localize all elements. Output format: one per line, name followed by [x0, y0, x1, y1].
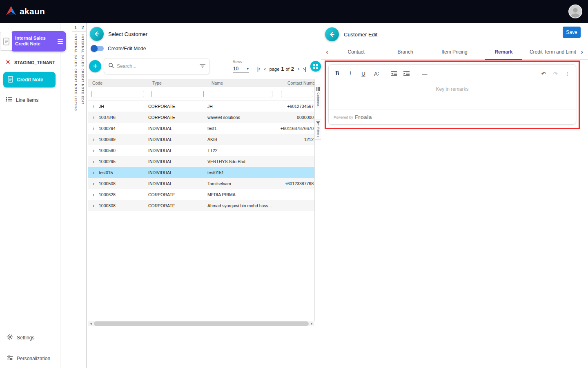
cell-type: INDIVIDUAL — [148, 137, 207, 142]
person-icon — [569, 6, 581, 18]
user-avatar[interactable] — [568, 4, 582, 18]
sidebar-item-label: Line Items — [16, 97, 38, 103]
credit-note-document-icon — [0, 32, 12, 51]
column-header-code[interactable]: Code — [88, 81, 148, 85]
table-row[interactable]: › 1000689 INDIVIDUAL AKIB 1212 — [88, 134, 314, 145]
back-button[interactable] — [325, 27, 339, 41]
filter-input-contact[interactable] — [281, 91, 313, 97]
cell-code: test015 — [99, 170, 148, 175]
funnel-icon — [316, 121, 320, 126]
indent-button[interactable] — [403, 71, 410, 76]
outdent-button[interactable] — [391, 71, 397, 76]
outdent-icon — [391, 71, 397, 76]
rows-per-page-select[interactable]: Rows 10 ▾ — [233, 60, 249, 73]
filter-input-name[interactable] — [211, 91, 272, 97]
column-header-contact[interactable]: Contact Number — [278, 81, 314, 85]
cell-contact: 1212 — [278, 137, 314, 142]
table-row[interactable]: › 1000580 INDIVIDUAL TT22 — [88, 145, 314, 156]
table-row[interactable]: › 1000508 INDIVIDUAL Tamilselvam +601233… — [88, 178, 314, 189]
applet-tab-number: 2 — [79, 23, 86, 32]
tab-scroll-right-icon[interactable]: › — [577, 44, 586, 59]
last-page-button[interactable]: ›| — [303, 66, 306, 72]
row-expand-icon[interactable]: › — [88, 180, 99, 186]
insert-hr-button[interactable]: — — [422, 71, 428, 76]
save-button[interactable]: Save — [563, 27, 581, 38]
sidebar-item-tenant[interactable]: STAGING_TENANT — [5, 59, 55, 66]
table-row[interactable]: › 1000295 INDIVIDUAL VERTHYS Sdn Bhd — [88, 156, 314, 167]
search-input[interactable] — [117, 63, 197, 69]
scroll-left-icon[interactable]: ◄ — [88, 322, 94, 325]
row-expand-icon[interactable]: › — [88, 125, 99, 131]
row-expand-icon[interactable]: › — [88, 158, 99, 164]
tab-item-pricing[interactable]: Item Pricing — [430, 44, 479, 59]
pagination: |‹ ‹ page 1 of 2 › ›| — [257, 66, 306, 72]
sidebar-item-line-items[interactable]: Line Items — [6, 97, 38, 103]
sidebar-module-internal-sales-credit-note[interactable]: Internal Sales Credit Note — [0, 31, 66, 52]
table-row[interactable]: › test015 INDIVIDUAL test0151 — [88, 167, 314, 178]
grid-view-button[interactable] — [310, 61, 321, 72]
row-expand-icon[interactable]: › — [88, 114, 99, 120]
module-pill[interactable]: Internal Sales Credit Note — [10, 31, 66, 52]
tab-scroll-left-icon[interactable]: ‹ — [323, 44, 332, 59]
columns-side-tab[interactable]: Columns — [315, 85, 321, 109]
table-row[interactable]: › JH CORPORATE JH +6012734567 — [88, 101, 314, 112]
undo-button[interactable]: ↶ — [541, 71, 546, 76]
cell-code: 1000294 — [99, 126, 148, 131]
table-row[interactable]: › 1000628 CORPORATE MEDIA PRIMA — [88, 189, 314, 200]
row-expand-icon[interactable]: › — [88, 202, 99, 209]
back-button[interactable] — [90, 27, 104, 41]
row-expand-icon[interactable]: › — [88, 136, 99, 142]
edit-tab-bar: ‹ Contact Branch Item Pricing Remark Cre… — [321, 44, 588, 60]
filter-input-code[interactable] — [91, 91, 144, 97]
row-expand-icon[interactable]: › — [88, 147, 99, 153]
tab-branch[interactable]: Branch — [381, 44, 430, 59]
tab-credit-term-and-limit[interactable]: Credit Term and Limit — [528, 44, 577, 59]
add-customer-button[interactable]: + — [89, 60, 101, 72]
first-page-button[interactable]: |‹ — [257, 66, 261, 72]
row-expand-icon[interactable]: › — [88, 103, 99, 109]
column-header-name[interactable]: Name — [207, 81, 278, 85]
sidebar-item-personalization[interactable]: Personalization — [7, 355, 50, 362]
filter-input-type[interactable] — [151, 91, 204, 97]
row-expand-icon[interactable]: › — [88, 169, 99, 175]
remark-rich-text-editor: B i U A∶ — [328, 64, 576, 125]
scrollbar-thumb[interactable] — [94, 321, 309, 326]
scroll-right-icon[interactable]: ► — [309, 322, 314, 325]
applet-tab-listing[interactable]: 1 INTERNAL SALES CREDIT NOTE LISTING — [72, 23, 79, 368]
cell-name: TT22 — [207, 148, 278, 153]
cell-type: CORPORATE — [148, 192, 207, 197]
table-row[interactable]: › 1000294 INDIVIDUAL test1 +601168787667… — [88, 123, 314, 134]
sidebar-item-settings[interactable]: Settings — [7, 334, 34, 341]
next-page-button[interactable]: › — [298, 66, 299, 72]
previous-page-button[interactable]: ‹ — [264, 66, 265, 72]
filter-list-icon[interactable] — [200, 63, 205, 70]
applet-tab-edit[interactable]: 2 INTERNAL SALES CREDIT NOTE EDIT — [79, 23, 87, 368]
horizontal-scrollbar[interactable]: ◄ ► — [88, 321, 314, 326]
search-box[interactable] — [104, 58, 210, 74]
module-label: Internal Sales Credit Note — [15, 36, 55, 47]
italic-button[interactable]: i — [347, 71, 353, 76]
tab-contact[interactable]: Contact — [332, 44, 381, 59]
table-row[interactable]: › 1000308 CORPORATE Ahmad syarqawi bin m… — [88, 200, 314, 211]
column-header-type[interactable]: Type — [148, 81, 207, 85]
cell-name: MEDIA PRIMA — [207, 192, 278, 197]
row-expand-icon[interactable]: › — [88, 191, 99, 197]
tab-remark[interactable]: Remark — [479, 44, 528, 59]
filters-side-tab[interactable]: Filters — [315, 119, 321, 140]
module-menu-icon[interactable] — [58, 39, 63, 44]
cell-code: 1000628 — [99, 192, 148, 197]
cell-code: 1000508 — [99, 181, 148, 186]
more-options-icon[interactable]: ⋮ — [564, 71, 570, 76]
sidebar-item-credit-note[interactable]: Credit Note — [3, 72, 56, 88]
applet-tab-number: 1 — [72, 23, 79, 32]
cell-name: JH — [207, 104, 278, 109]
redo-button[interactable]: ↷ — [552, 71, 558, 76]
bold-button[interactable]: B — [334, 71, 340, 76]
more-text-button[interactable]: A∶ — [374, 71, 379, 76]
remark-editor-content[interactable]: Key in remarks — [329, 83, 576, 110]
page-indicator: page 1 of 2 — [270, 66, 294, 72]
create-edit-mode-toggle[interactable] — [91, 46, 104, 51]
underline-button[interactable]: U — [361, 71, 366, 76]
rows-value: 10 — [233, 66, 238, 72]
table-row[interactable]: › 1007846 CORPORATE wavelet solutions 00… — [88, 112, 314, 123]
